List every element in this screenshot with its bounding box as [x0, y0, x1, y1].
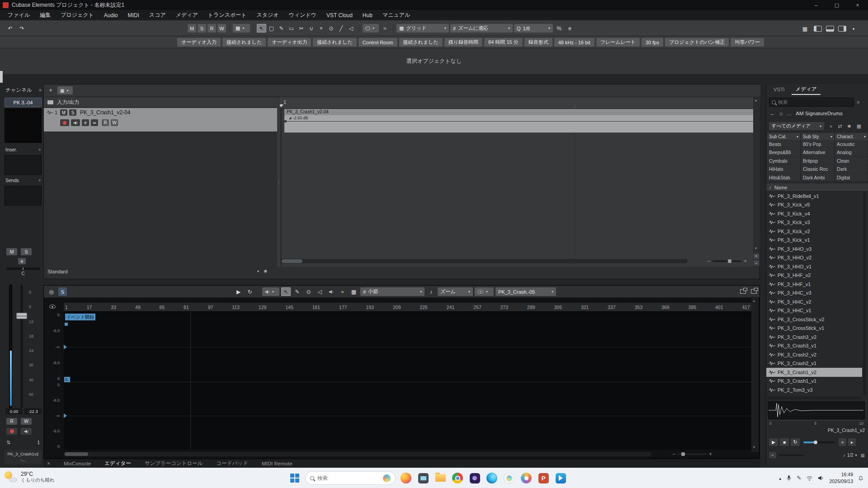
zoom-slider-thumb[interactable] [728, 259, 731, 263]
filter-item[interactable]: Analog [835, 148, 868, 156]
scrollbar-thumb[interactable] [863, 192, 866, 246]
track-settings-gear-icon[interactable]: ✱ [264, 269, 267, 274]
zoom-slider[interactable] [678, 453, 707, 455]
snap-point-marker[interactable]: S. [64, 377, 70, 382]
track-solo-button[interactable]: S [69, 109, 76, 116]
media-search-input[interactable] [778, 99, 846, 105]
tab-vsti[interactable]: VSTi [766, 84, 792, 95]
track-name[interactable]: PK_3_Crash1_v2-04 [80, 109, 130, 116]
audition-loop-icon[interactable]: ↻ [245, 287, 255, 296]
play-tool[interactable]: ◁ [346, 24, 356, 33]
preview-play-button[interactable]: ▶ [769, 438, 778, 446]
record-enable-button[interactable] [6, 428, 17, 435]
volume-icon[interactable] [818, 475, 824, 481]
media-file-row[interactable]: PK_3_HHF_v2 [766, 271, 862, 280]
editor-play-tool[interactable]: ◁ [315, 287, 325, 296]
menu-item[interactable]: ウィンドウ [284, 10, 321, 20]
tray-chevron-icon[interactable]: ▴ [779, 476, 781, 481]
vertical-zoom-in-button[interactable]: + [754, 253, 759, 259]
media-file-row[interactable]: PK_3_Kick_v3 [766, 218, 862, 227]
audition-volume-dropdown[interactable]: ▾ [262, 287, 279, 296]
iterative-quantize-icon[interactable]: % [554, 24, 564, 33]
media-file-row[interactable]: PK_3_Crash1_v2 [766, 368, 862, 377]
infobar-chip[interactable]: オーディオ入力 [177, 38, 221, 47]
filter-item[interactable]: Classic Roc [801, 165, 834, 173]
menu-item[interactable]: メディア [171, 10, 203, 20]
preview-loop-button[interactable]: ↻ [791, 438, 800, 446]
lower-zone-tab[interactable]: MIDI Remote [262, 461, 292, 466]
snap-toggle-icon[interactable]: ▦ [349, 287, 359, 296]
media-file-row[interactable]: PK_3_Crash3_v2 [766, 333, 862, 342]
lower-zone-tab[interactable]: サンプラーコントロール [145, 460, 203, 467]
track-monitor-button[interactable] [71, 119, 80, 126]
powerpoint-icon[interactable]: P [537, 471, 550, 485]
redo-icon[interactable]: ↷ [17, 24, 27, 33]
menu-item[interactable]: Hub [358, 10, 377, 20]
editor-zoom-dropdown[interactable]: ズーム ▾ [438, 287, 473, 296]
menu-item[interactable]: MIDI [123, 10, 144, 20]
close-button[interactable]: × [847, 0, 868, 10]
editor-scrub-tool[interactable] [326, 287, 336, 296]
media-file-row[interactable]: PK_3_Kick_v4 [766, 209, 862, 218]
infobar-chip[interactable]: プロジェクトのパン補正 [665, 38, 729, 47]
line-tool[interactable]: ╱ [336, 24, 346, 33]
filter-item[interactable]: Britpop [801, 157, 834, 165]
right-zone-toggle-icon[interactable] [838, 26, 846, 32]
wifi-icon[interactable] [806, 476, 813, 481]
grid-type-dropdown[interactable]: ▦ グリッド ▾ [396, 24, 449, 33]
infobar-chip[interactable]: Control Room [359, 38, 397, 47]
taskbar-search-box[interactable] [305, 471, 396, 485]
zoom-in-icon[interactable]: + [744, 258, 747, 264]
audio-event[interactable]: PK_3_Crash1_v2-04 ◢ -2.93 dB [284, 109, 753, 133]
copilot-icon[interactable] [502, 471, 516, 485]
range-selection-tool[interactable]: ▢ [267, 24, 276, 33]
maximize-button[interactable]: ▢ [826, 0, 847, 10]
vertical-scrollbar[interactable]: ▴ ▾ + − [753, 97, 760, 267]
media-file-row[interactable]: PK_2_Tom3_v3 [766, 385, 862, 394]
media-list-hscrollbar[interactable] [767, 397, 861, 399]
waveform-display[interactable]: イベント開始 S. [64, 312, 751, 450]
clipchamp-icon[interactable] [468, 471, 481, 485]
media-file-row[interactable]: PK_3_HHO_v3 [766, 244, 862, 253]
filter-item[interactable]: Acoustic [835, 140, 868, 148]
infobar-chip[interactable]: オーディオ出力 [268, 38, 311, 47]
scrollbar-thumb[interactable] [282, 259, 302, 263]
tray-clock[interactable]: 16:49 2025/09/13 [829, 471, 853, 484]
taskbar-search-input[interactable] [317, 475, 376, 481]
media-file-row[interactable]: PK_3_RideBell_v1 [766, 192, 862, 201]
menu-item[interactable]: Audio [99, 10, 123, 20]
notification-bell-icon[interactable] [858, 475, 863, 481]
media-file-row[interactable]: PK_3_HHC_v3 [766, 289, 862, 298]
settings-gear-icon[interactable]: ✱ [847, 124, 851, 129]
media-player-icon[interactable] [554, 471, 567, 485]
mute-tool[interactable]: × [316, 24, 326, 33]
filter-item[interactable]: 80's Pop [801, 140, 834, 148]
preset-chevron-icon[interactable]: ▾ [257, 269, 259, 273]
track-edit-button[interactable]: e [82, 119, 89, 126]
peak-readout[interactable]: -22.3 [24, 408, 42, 414]
lower-zone-tab[interactable]: コードパッド [217, 460, 248, 467]
media-file-row[interactable]: PK_3_HHO_v2 [766, 253, 862, 263]
quantize-note-icon[interactable]: ♪ [426, 287, 436, 296]
filter-item[interactable]: Cymbals [767, 157, 800, 165]
media-file-row[interactable]: PK_3_Crash3_v1 [766, 342, 862, 351]
zoom-out-icon[interactable]: − [672, 451, 675, 457]
event-volume-line[interactable] [284, 121, 753, 122]
minus-button[interactable]: − [769, 452, 776, 458]
media-file-row[interactable]: PK_3_HHC_v1 [766, 306, 862, 315]
menu-item[interactable]: スコア [144, 10, 171, 20]
arrow-updown-icon[interactable]: ⇅ [6, 440, 10, 446]
scroll-down-icon[interactable]: ▾ [753, 445, 755, 449]
menu-item[interactable]: トランスポート [203, 10, 252, 20]
media-list-scrollbar[interactable] [863, 192, 866, 395]
device-settings-icon[interactable] [416, 471, 430, 485]
event-start-flag[interactable] [65, 323, 68, 326]
volume-readout[interactable]: 0.00 [5, 408, 23, 414]
filter-item[interactable]: Dark [835, 165, 868, 173]
vertical-zoom-out-button[interactable]: − [754, 260, 759, 266]
filter-column-header[interactable]: Sub Cat. ▾ [767, 133, 800, 140]
left-zone-toggle-icon[interactable] [814, 26, 822, 32]
zoom-tool[interactable]: ⊙ [326, 24, 336, 33]
left-divider-handle[interactable] [0, 71, 3, 83]
lower-zone-tab[interactable]: エディター [104, 460, 131, 467]
